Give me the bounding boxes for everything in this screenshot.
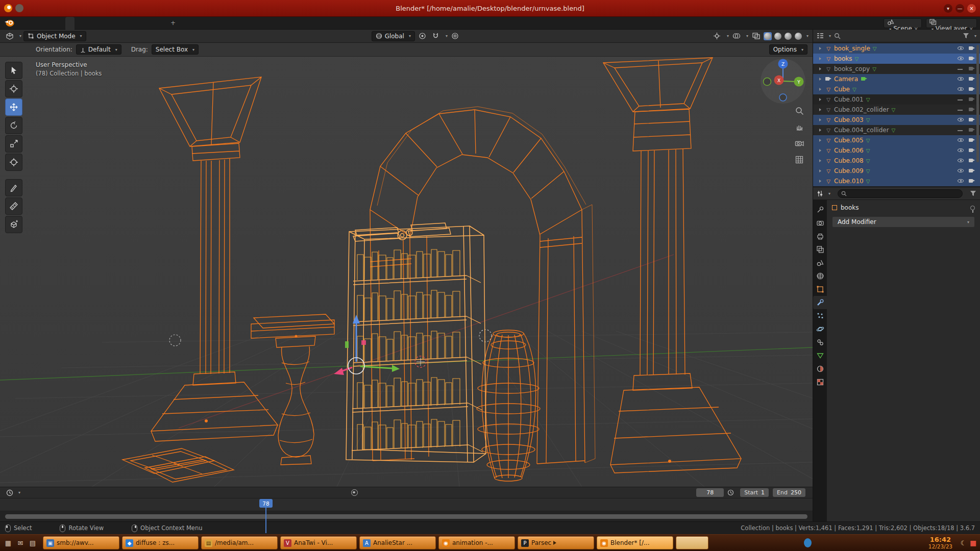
expand-arrow-icon[interactable] bbox=[819, 108, 821, 111]
files-icon[interactable]: ▤ bbox=[28, 537, 38, 548]
properties-tab-scene[interactable] bbox=[813, 256, 827, 269]
show-gizmo-icon[interactable] bbox=[712, 31, 723, 41]
taskbar-app-button[interactable]: ◉ Blender* [/... bbox=[597, 536, 673, 549]
hide-in-viewport-toggle[interactable] bbox=[957, 137, 965, 144]
expand-arrow-icon[interactable] bbox=[819, 129, 821, 132]
preview-range-toggle[interactable] bbox=[725, 488, 736, 498]
scene-selector[interactable]: ▾ Scene × bbox=[884, 18, 922, 28]
night-light-icon[interactable]: ☾ bbox=[960, 538, 967, 547]
workspace-tab[interactable] bbox=[111, 17, 120, 30]
shading-wireframe-button[interactable] bbox=[764, 32, 772, 40]
expand-arrow-icon[interactable] bbox=[819, 169, 821, 172]
screenshot-tray-icon[interactable] bbox=[827, 538, 835, 547]
blender-menu-logo-icon[interactable] bbox=[4, 19, 14, 27]
object-name[interactable]: Cube.001 bbox=[834, 96, 864, 103]
hide-in-viewport-toggle[interactable] bbox=[957, 178, 965, 185]
object-name[interactable]: books bbox=[834, 55, 852, 62]
taskbar-app-button[interactable]: ◉ animation -... bbox=[438, 536, 515, 549]
workspace-tab[interactable] bbox=[93, 17, 102, 30]
hide-in-viewport-toggle[interactable] bbox=[957, 45, 965, 52]
properties-tab-object[interactable] bbox=[813, 283, 827, 296]
jump-to-end-button[interactable] bbox=[389, 492, 395, 493]
shading-material-button[interactable] bbox=[784, 32, 792, 40]
annotate-tool[interactable] bbox=[5, 179, 22, 196]
expand-arrow-icon[interactable] bbox=[819, 180, 821, 183]
menubar-menu[interactable] bbox=[34, 17, 42, 30]
workspace-tab[interactable] bbox=[120, 17, 130, 30]
hide-in-viewport-toggle[interactable] bbox=[957, 147, 965, 154]
disable-in-render-toggle[interactable] bbox=[968, 147, 976, 154]
workspace-tab[interactable] bbox=[139, 17, 148, 30]
outliner-row[interactable]: ▽ Cube.003 ▽ bbox=[813, 115, 980, 125]
viewport-menu[interactable] bbox=[105, 30, 113, 42]
properties-search-input[interactable] bbox=[838, 189, 963, 198]
taskbar-app-button[interactable]: ◆ diffuse : zs... bbox=[122, 536, 199, 549]
clock[interactable]: 16:42 12/23/23 bbox=[928, 536, 952, 550]
hide-in-viewport-toggle[interactable] bbox=[957, 76, 965, 83]
hide-in-viewport-toggle[interactable] bbox=[957, 106, 965, 113]
editor-type-timeline-icon[interactable] bbox=[4, 488, 15, 498]
options-dropdown[interactable]: Options ▾ bbox=[769, 44, 807, 55]
hide-in-viewport-toggle[interactable] bbox=[957, 86, 965, 93]
drag-dropdown[interactable]: Select Box ▾ bbox=[152, 44, 199, 55]
properties-tab-constraints[interactable] bbox=[813, 336, 827, 349]
hide-in-viewport-toggle[interactable] bbox=[957, 157, 965, 164]
object-name[interactable]: Cube bbox=[834, 86, 850, 93]
network-tray-icon[interactable] bbox=[898, 538, 905, 547]
outliner-row[interactable]: ▽ Cube ▽ bbox=[813, 84, 980, 94]
expand-arrow-icon[interactable] bbox=[819, 149, 821, 152]
window-shade-button[interactable]: ▾ bbox=[944, 4, 952, 13]
timeline-scrollbar[interactable] bbox=[5, 514, 807, 519]
hide-in-viewport-toggle[interactable] bbox=[957, 55, 965, 62]
media-play-tray-icon[interactable] bbox=[839, 538, 847, 547]
editor-type-outliner-icon[interactable] bbox=[817, 33, 824, 39]
object-name[interactable]: Cube.002_collider bbox=[834, 106, 889, 113]
outliner-row[interactable]: ▽ Cube.004_collider ▽ bbox=[813, 125, 980, 135]
add-cube-tool[interactable] bbox=[5, 216, 22, 233]
hide-in-viewport-toggle[interactable] bbox=[957, 96, 965, 103]
disable-in-render-toggle[interactable] bbox=[968, 178, 976, 184]
outliner-row[interactable]: ▽ Cube.010 ▽ bbox=[813, 176, 980, 186]
add-modifier-button[interactable]: Add Modifier ▾ bbox=[832, 216, 975, 228]
object-name[interactable]: Cube.003 bbox=[834, 116, 864, 123]
menubar-menu[interactable] bbox=[17, 17, 26, 30]
recorder-tray-icon[interactable] bbox=[851, 538, 859, 547]
scale-tool[interactable] bbox=[5, 135, 22, 153]
filter-icon[interactable] bbox=[970, 190, 976, 196]
disable-in-render-toggle[interactable] bbox=[968, 86, 976, 92]
expand-arrow-icon[interactable] bbox=[819, 88, 821, 91]
workspace-tab[interactable] bbox=[65, 17, 75, 30]
overlays-icon[interactable] bbox=[731, 31, 742, 41]
bluetooth-tray-icon[interactable] bbox=[886, 538, 894, 547]
filter-icon[interactable] bbox=[963, 33, 969, 39]
window-close-button[interactable]: × bbox=[967, 4, 976, 13]
xray-toggle-icon[interactable] bbox=[750, 31, 762, 41]
pan-hand-control[interactable] bbox=[793, 121, 805, 133]
timeline-playhead[interactable]: 78 bbox=[259, 499, 273, 508]
outliner-row[interactable]: ▽ books ▽ bbox=[813, 54, 980, 64]
navigation-gizmo[interactable]: X Y Z bbox=[758, 57, 807, 106]
outliner-scrollbar[interactable] bbox=[976, 45, 979, 162]
proportional-editing-icon[interactable] bbox=[450, 31, 461, 41]
object-name[interactable]: Cube.006 bbox=[834, 147, 864, 154]
viewport-menu[interactable] bbox=[113, 30, 121, 42]
measure-tool[interactable] bbox=[5, 197, 22, 215]
orientation-dropdown[interactable]: Default ▾ bbox=[76, 44, 121, 55]
info-tray-icon[interactable] bbox=[804, 538, 812, 547]
disable-in-render-toggle[interactable] bbox=[968, 158, 976, 164]
workspace-tab[interactable] bbox=[148, 17, 157, 30]
play-reverse-button[interactable] bbox=[374, 492, 379, 493]
outliner-row[interactable]: ▽ books_copy ▽ bbox=[813, 64, 980, 74]
taskbar-app-button[interactable]: A AnalieStar ... bbox=[359, 536, 436, 549]
volume-tray-icon[interactable] bbox=[863, 538, 870, 547]
keyboard-layout-indicator[interactable] bbox=[874, 538, 882, 547]
rotate-tool[interactable] bbox=[5, 117, 22, 134]
window-minimize-button[interactable]: — bbox=[955, 4, 964, 13]
play-button[interactable] bbox=[379, 492, 384, 493]
transform-orientation-dropdown[interactable]: Global ▾ bbox=[372, 31, 415, 41]
viewport-menu[interactable] bbox=[96, 30, 105, 42]
object-name[interactable]: Cube.008 bbox=[834, 157, 864, 164]
transform-tool[interactable] bbox=[5, 154, 22, 171]
auto-keying-toggle[interactable] bbox=[351, 489, 358, 496]
object-name[interactable]: Cube.005 bbox=[834, 137, 864, 144]
